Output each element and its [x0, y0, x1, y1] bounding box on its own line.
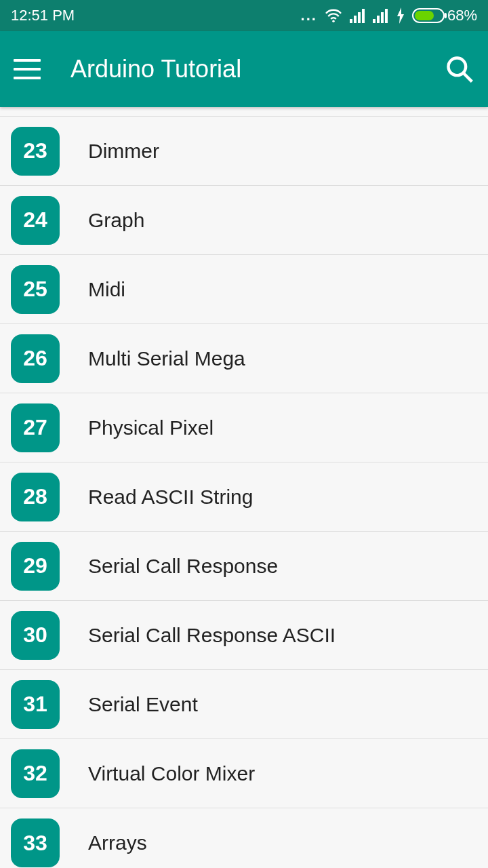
item-title: Arrays	[88, 831, 147, 854]
item-title: Read ASCII String	[88, 486, 253, 509]
svg-rect-6	[377, 16, 380, 23]
status-right: ... 68%	[301, 7, 477, 24]
list-item[interactable]: 29 Serial Call Response	[0, 532, 488, 601]
list-item[interactable]: 24 Graph	[0, 186, 488, 255]
menu-icon[interactable]	[14, 59, 41, 79]
svg-point-0	[332, 20, 335, 22]
svg-rect-3	[358, 12, 361, 23]
app-bar: Arduino Tutorial	[0, 31, 488, 107]
item-number-badge: 29	[11, 542, 60, 591]
item-title: Dimmer	[88, 140, 159, 163]
app-title: Arduino Tutorial	[70, 55, 415, 83]
item-number-badge: 33	[11, 818, 60, 867]
item-title: Midi	[88, 278, 125, 301]
charging-icon	[396, 7, 405, 24]
svg-rect-8	[385, 9, 388, 23]
item-title: Graph	[88, 209, 144, 232]
list-item[interactable]: 23 Dimmer	[0, 117, 488, 186]
list-item[interactable]: 31 Serial Event	[0, 670, 488, 739]
svg-rect-4	[362, 9, 365, 23]
svg-rect-1	[350, 19, 352, 23]
status-time: 12:51 PM	[11, 7, 75, 24]
more-icon: ...	[301, 7, 317, 24]
item-number-badge: 26	[11, 334, 60, 383]
item-title: Serial Call Response ASCII	[88, 624, 336, 647]
item-number-badge: 28	[11, 473, 60, 521]
list-item[interactable]: 30 Serial Call Response ASCII	[0, 601, 488, 670]
battery-icon	[412, 8, 445, 23]
item-title: Virtual Color Mixer	[88, 762, 255, 785]
item-number-badge: 24	[11, 196, 60, 245]
list-partial-top	[0, 107, 488, 117]
item-title: Serial Call Response	[88, 555, 278, 578]
item-number-badge: 31	[11, 680, 60, 729]
signal-icon-1	[350, 8, 366, 23]
item-number-badge: 23	[11, 127, 60, 176]
list-item[interactable]: 33 Arrays	[0, 808, 488, 868]
list-item[interactable]: 26 Multi Serial Mega	[0, 324, 488, 393]
battery-indicator: 68%	[412, 7, 477, 24]
list-item[interactable]: 32 Virtual Color Mixer	[0, 739, 488, 808]
list-item[interactable]: 25 Midi	[0, 255, 488, 324]
svg-point-9	[449, 58, 466, 76]
battery-percent: 68%	[447, 7, 477, 24]
item-number-badge: 32	[11, 749, 60, 798]
item-title: Physical Pixel	[88, 416, 214, 439]
search-icon[interactable]	[445, 54, 474, 84]
svg-line-10	[464, 73, 472, 82]
item-number-badge: 30	[11, 611, 60, 660]
list-item[interactable]: 27 Physical Pixel	[0, 393, 488, 462]
svg-rect-2	[354, 16, 357, 23]
status-bar: 12:51 PM ... 68%	[0, 0, 488, 31]
signal-icon-2	[373, 8, 389, 23]
item-title: Multi Serial Mega	[88, 347, 245, 370]
svg-rect-5	[373, 19, 375, 23]
item-number-badge: 27	[11, 403, 60, 452]
item-title: Serial Event	[88, 693, 198, 716]
item-number-badge: 25	[11, 265, 60, 314]
tutorial-list[interactable]: 23 Dimmer 24 Graph 25 Midi 26 Multi Seri…	[0, 107, 488, 868]
svg-rect-7	[381, 12, 384, 23]
list-item[interactable]: 28 Read ASCII String	[0, 462, 488, 532]
wifi-icon	[324, 8, 343, 23]
